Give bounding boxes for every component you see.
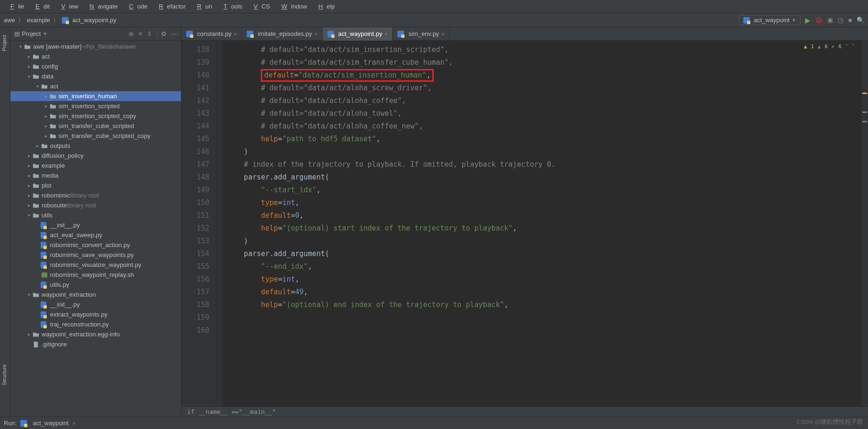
tree-item[interactable]: ▾act xyxy=(10,81,181,91)
tree-arrow[interactable]: ▸ xyxy=(43,123,49,129)
tree-arrow[interactable]: ▸ xyxy=(43,103,49,109)
close-icon[interactable]: × xyxy=(441,31,444,37)
menu-help[interactable]: Help xyxy=(311,1,339,12)
menu-refactor[interactable]: Refactor xyxy=(151,1,189,12)
tree-item[interactable]: ▸config xyxy=(10,61,181,71)
editor[interactable]: 1381391401411421431441451461471481491501… xyxy=(181,41,868,417)
tree-item[interactable]: ▸sim_insertion_scripted_copy xyxy=(10,111,181,121)
menu-vcs[interactable]: VCS xyxy=(246,1,274,12)
tree-item[interactable]: ▸outputs xyxy=(10,141,181,151)
expand-icon[interactable]: ≡ xyxy=(138,30,142,37)
error-stripe[interactable] xyxy=(861,41,868,417)
tree-item[interactable]: ▸example xyxy=(10,161,181,171)
tree-item[interactable]: ▸sim_transfer_cube_scripted xyxy=(10,121,181,131)
tree-arrow[interactable]: ▸ xyxy=(26,64,32,69)
tree-arrow[interactable]: ▸ xyxy=(26,332,32,337)
collapse-icon[interactable]: ⇕ xyxy=(147,30,152,37)
tree-arrow[interactable]: ▸ xyxy=(43,133,49,138)
structure-tool-tab[interactable]: Structure xyxy=(0,361,9,388)
tree-item[interactable]: __init__.py xyxy=(10,300,181,309)
menu-file[interactable]: File xyxy=(3,1,28,12)
tree-arrow[interactable]: ▸ xyxy=(26,173,32,178)
tree-arrow[interactable]: ▸ xyxy=(43,94,49,99)
project-tool-tab[interactable]: Project xyxy=(0,32,9,54)
tree-item[interactable]: ▸sim_insertion_human xyxy=(10,91,181,101)
tree-arrow[interactable]: ▾ xyxy=(34,84,41,89)
code-content[interactable]: # default="data/act/sim_insertion_script… xyxy=(223,41,861,417)
tree-item[interactable]: ▸waypoint_extraction.egg-info xyxy=(10,329,181,339)
menu-code[interactable]: Code xyxy=(121,1,151,12)
tree-item[interactable]: ▸robomimic library root xyxy=(10,190,181,200)
tree-item[interactable]: ▾utils xyxy=(10,210,181,220)
close-icon[interactable]: × xyxy=(385,31,387,37)
tree-item[interactable]: robomimic_visualize_waypoint.py xyxy=(10,260,181,270)
debug-button[interactable]: 🐞 xyxy=(815,17,823,24)
tree-arrow[interactable]: ▸ xyxy=(43,113,49,119)
tree-arrow[interactable]: ▾ xyxy=(26,292,32,297)
tree-item[interactable]: ▸robosuite library root xyxy=(10,200,181,210)
tree-arrow[interactable]: ▸ xyxy=(34,143,41,148)
tree-item[interactable]: robomimic_convert_action.py xyxy=(10,240,181,250)
tree-item[interactable]: ▾waypoint_extraction xyxy=(10,290,181,300)
tree-item[interactable]: ▾data xyxy=(10,71,181,81)
editor-breadcrumb[interactable]: if __name__ =="__main__" xyxy=(181,406,868,417)
tree-item[interactable]: robomimic_waypoint_replay.sh xyxy=(10,270,181,280)
menu-run[interactable]: Run xyxy=(189,1,216,12)
inspection-widget[interactable]: ▲1 ▲6 ✔6 ˄ ˅ xyxy=(801,43,858,51)
tree-arrow[interactable]: ▸ xyxy=(26,153,32,158)
editor-tab[interactable]: act_waypoint.py× xyxy=(323,27,393,41)
tree-item[interactable]: ▸media xyxy=(10,171,181,180)
tree-arrow[interactable]: ▸ xyxy=(26,54,32,59)
tree-item[interactable]: .gitignore xyxy=(10,339,181,349)
tree-arrow[interactable]: ▸ xyxy=(26,193,32,198)
tree-item[interactable]: act_eval_sweep.py xyxy=(10,230,181,240)
locate-icon[interactable]: ⊕ xyxy=(129,30,134,37)
tree-item[interactable]: ▸sim_insertion_scripted xyxy=(10,101,181,111)
run-tool-label[interactable]: Run: xyxy=(4,420,17,427)
tree-item[interactable]: utils.py xyxy=(10,280,181,290)
menu-edit[interactable]: Edit xyxy=(28,1,53,12)
tree-item[interactable]: ▸act xyxy=(10,51,181,61)
menu-navigate[interactable]: Navigate xyxy=(82,1,121,12)
profile-button[interactable]: ◳ xyxy=(838,17,843,24)
fold-gutter[interactable] xyxy=(216,41,223,417)
tree-arrow[interactable]: ▸ xyxy=(26,163,32,168)
coverage-button[interactable]: ▣ xyxy=(827,17,833,24)
run-config-selector[interactable]: act_waypoint ▼ xyxy=(739,15,800,25)
menu-tools[interactable]: Tools xyxy=(216,1,246,12)
editor-tab[interactable]: imitate_episodes.py× xyxy=(242,27,322,41)
run-button[interactable]: ▶ xyxy=(805,17,810,24)
chevron-down-icon[interactable]: ▼ xyxy=(43,31,47,36)
tree-item[interactable]: ▸diffusion_policy xyxy=(10,151,181,161)
tree-item[interactable]: ▸plot xyxy=(10,180,181,190)
tree-label: extract_waypoints.py xyxy=(50,311,107,318)
menu-window[interactable]: Window xyxy=(274,1,311,12)
tree-label: .gitignore xyxy=(42,341,67,348)
tree-arrow[interactable]: ▾ xyxy=(17,44,24,49)
tree-item[interactable]: traj_reconstruction.py xyxy=(10,319,181,329)
close-icon[interactable]: × xyxy=(234,31,237,37)
menu-view[interactable]: View xyxy=(53,1,82,12)
tree-item[interactable]: ▾awe [awe-master] ~/hjx_file/aloha/awe xyxy=(10,42,181,51)
tree-item[interactable]: robomimic_save_waypoints.py xyxy=(10,250,181,260)
hide-icon[interactable]: — xyxy=(171,30,177,37)
close-icon[interactable]: × xyxy=(72,420,75,426)
run-tool-file[interactable]: act_waypoint xyxy=(33,420,69,427)
tree-arrow[interactable]: ▾ xyxy=(26,74,32,79)
tree-item[interactable]: ▸sim_transfer_cube_scripted_copy xyxy=(10,131,181,141)
editor-tab[interactable]: constants.py× xyxy=(181,27,242,41)
tree-arrow[interactable]: ▸ xyxy=(26,183,32,188)
settings-icon[interactable]: ✿ xyxy=(157,30,166,37)
editor-tab[interactable]: sim_env.py× xyxy=(393,27,449,41)
tree-arrow[interactable]: ▸ xyxy=(26,203,32,208)
stop-button[interactable]: ■ xyxy=(848,17,852,24)
breadcrumb-item[interactable]: act_waypoint.py xyxy=(72,17,116,24)
search-everywhere-icon[interactable]: 🔍 xyxy=(857,17,864,24)
tree-item[interactable]: __init__.py xyxy=(10,220,181,230)
project-tree[interactable]: ▾awe [awe-master] ~/hjx_file/aloha/awe▸a… xyxy=(10,41,181,417)
tree-arrow[interactable]: ▾ xyxy=(26,213,32,218)
tree-item[interactable]: extract_waypoints.py xyxy=(10,309,181,319)
breadcrumb-item[interactable]: awe xyxy=(4,17,15,24)
breadcrumb-item[interactable]: example xyxy=(27,17,50,24)
close-icon[interactable]: × xyxy=(314,31,317,37)
